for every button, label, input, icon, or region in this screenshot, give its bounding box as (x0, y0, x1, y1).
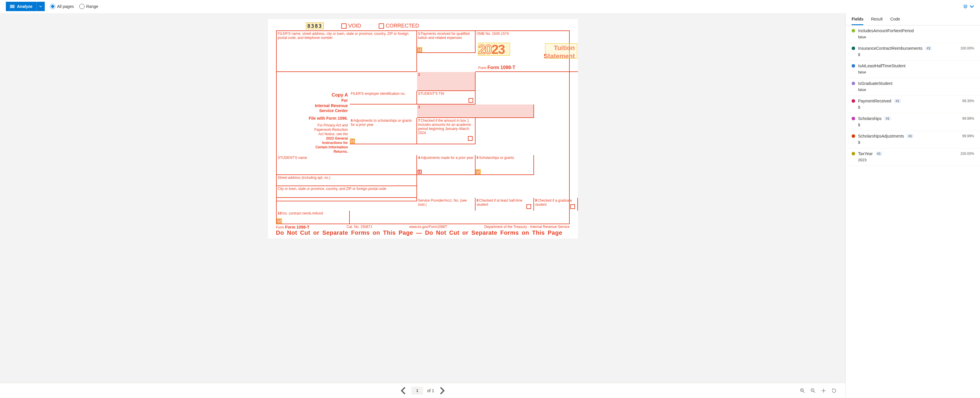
box8-cell: 8Checked if at least half-time student (476, 198, 534, 211)
side-panel: Fields Result Code IncludesAmountForNext… (845, 13, 980, 398)
void-checkbox: VOID (341, 23, 361, 29)
zoom-in-icon[interactable] (800, 388, 805, 393)
highlight-taxyear (478, 43, 510, 56)
field-color-dot (852, 117, 855, 120)
form-warning: Do Not Cut or Separate Forms on This Pag… (276, 229, 570, 236)
dollar-icon: $ (418, 170, 422, 174)
layers-icon[interactable] (963, 4, 968, 9)
prev-page-button[interactable] (399, 387, 407, 395)
svg-line-11 (814, 391, 815, 393)
field-confidence: 99.30% (962, 99, 974, 103)
field-row[interactable]: IsGraduateStudentfalse (846, 78, 980, 96)
field-name: PaymentReceived (858, 99, 891, 103)
field-value: $ (858, 105, 974, 109)
box9-cell: 9Checked if a graduate student (534, 198, 578, 211)
fields-list[interactable]: IncludesAmountForNextPeriodfalseInsuranc… (846, 26, 980, 398)
filer-info-cell: FILER'S name, street address, city or to… (277, 31, 417, 72)
box2-cell: 2 (417, 72, 476, 91)
box6-cell: 6Adjustments to scholarships or grants f… (350, 118, 417, 144)
field-value: 2023 (858, 158, 974, 162)
student-name-cell: STUDENT'S name (277, 155, 417, 175)
field-name: IncludesAmountForNextPeriod (858, 29, 914, 33)
svg-rect-1 (13, 5, 14, 8)
filer-ein-cell: FILER'S employer identification no. (350, 91, 417, 104)
student-tin-cell: STUDENT'S TIN (417, 91, 476, 104)
field-value: false (858, 88, 974, 92)
field-row[interactable]: PaymentReceived#199.30%$ (846, 96, 980, 113)
field-color-dot (852, 64, 855, 67)
box8-checkbox (527, 204, 531, 209)
highlight-schol-adj (350, 138, 355, 144)
side-tabs: Fields Result Code (846, 13, 980, 26)
page-input[interactable] (412, 387, 423, 395)
field-row[interactable]: Scholarships#199.98%$ (846, 113, 980, 131)
field-badge: #1 (885, 117, 891, 121)
analyze-icon (10, 4, 14, 9)
document-scroll[interactable]: 8383 VOID CORRECTED FILER'S name, street… (0, 13, 845, 383)
document-page: 8383 VOID CORRECTED FILER'S name, street… (268, 19, 578, 238)
field-value: false (858, 35, 974, 39)
chevron-down-icon[interactable] (969, 4, 974, 9)
field-badge: #1 (876, 152, 882, 156)
field-name: InsuranceContractReimbursements (858, 46, 923, 51)
all-pages-label: All pages (57, 4, 74, 9)
field-value: $ (858, 53, 974, 57)
next-page-button[interactable] (438, 387, 446, 395)
field-confidence: 100.00% (960, 152, 974, 156)
field-color-dot (852, 29, 855, 32)
svg-rect-0 (10, 5, 11, 8)
rotate-icon[interactable] (831, 388, 837, 393)
field-color-dot (852, 46, 855, 50)
field-confidence: 99.98% (962, 117, 974, 121)
svg-line-7 (803, 391, 805, 393)
field-name: IsGraduateStudent (858, 81, 892, 86)
box4-cell: 4Adjustments made for a prior year $ (417, 155, 476, 175)
svg-marker-5 (964, 5, 967, 6)
field-confidence: 100.00% (960, 46, 974, 50)
field-row[interactable]: IsAtLeastHalfTimeStudentfalse (846, 61, 980, 78)
field-name: IsAtLeastHalfTimeStudent (858, 64, 905, 68)
box1-cell: 1Payments received for qualified tuition… (417, 31, 476, 53)
field-value: $ (858, 140, 974, 145)
zoom-out-icon[interactable] (810, 388, 816, 393)
street-cell: Street address (including apt. no.) (277, 175, 417, 186)
analyze-button[interactable]: Analyze (6, 2, 45, 11)
spacer (277, 198, 417, 201)
field-row[interactable]: ScholarshipsAdjustments#199.99%$ (846, 131, 980, 149)
toolbar: Analyze All pages Range (0, 0, 980, 13)
provider-cell: Service Provider/Acct. No. (see instr.) (417, 198, 476, 211)
tab-code[interactable]: Code (890, 13, 900, 25)
field-row[interactable]: IncludesAmountForNextPeriodfalse (846, 26, 980, 43)
analyze-dropdown[interactable] (37, 2, 45, 11)
page-scope-radio-group: All pages Range (50, 4, 98, 9)
box3-cell: 3 (417, 104, 534, 118)
range-radio[interactable]: Range (79, 4, 98, 9)
field-row[interactable]: TaxYear#1100.00%2023 (846, 149, 980, 166)
field-name: ScholarshipsAdjustments (858, 134, 904, 138)
document-pane: 8383 VOID CORRECTED FILER'S name, street… (0, 13, 845, 398)
field-row[interactable]: InsuranceContractReimbursements#1100.00%… (846, 43, 980, 61)
highlight-ins (277, 218, 282, 224)
fit-icon[interactable] (821, 388, 826, 393)
title-cell: OMB No. 1545-1574 2023 Form Form 1098-T … (476, 31, 578, 72)
page-of-label: of 1 (427, 388, 434, 393)
box7-checkbox (468, 136, 473, 141)
field-color-dot (852, 82, 855, 85)
field-value: false (858, 70, 974, 74)
field-color-dot (852, 134, 855, 138)
tin-checkbox (468, 98, 473, 103)
analyze-label: Analyze (17, 4, 32, 9)
field-value: $ (858, 123, 974, 127)
highlight-title (545, 43, 577, 59)
all-pages-radio[interactable]: All pages (50, 4, 74, 9)
tab-fields[interactable]: Fields (852, 13, 863, 25)
document-footer: of 1 (0, 383, 845, 398)
chevron-down-icon (39, 5, 42, 8)
toolbar-right (963, 4, 974, 9)
box9-checkbox (570, 204, 575, 209)
svg-point-13 (823, 390, 824, 391)
tab-result[interactable]: Result (871, 13, 883, 25)
field-badge: #1 (894, 99, 901, 103)
field-color-dot (852, 99, 855, 103)
form-code: 8383 (306, 22, 324, 29)
